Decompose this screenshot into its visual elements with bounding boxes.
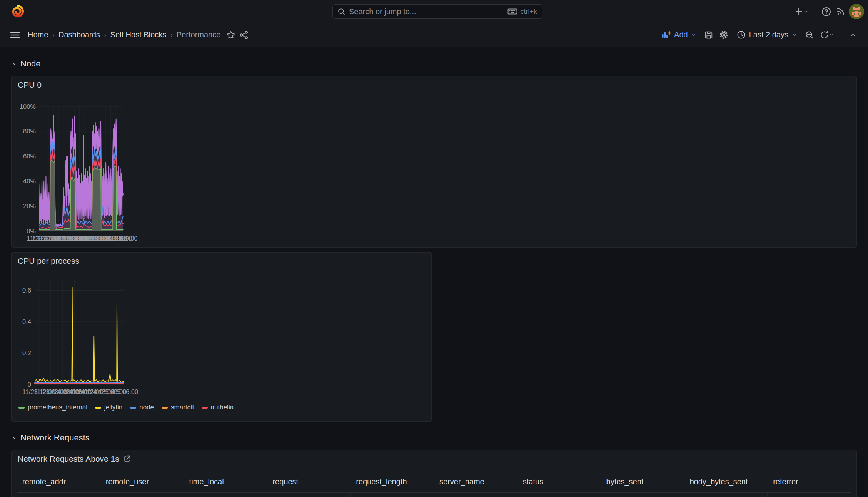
table-cell: 404 <box>517 493 601 497</box>
search-placeholder: Search or jump to... <box>349 7 504 16</box>
cpu-per-process-chart[interactable]: 00.20.40.611/23 12:0011/23 18:0011/24 00… <box>15 269 130 397</box>
panel-cpu-per-process-title[interactable]: CPU per process <box>18 256 79 266</box>
panel-table-title[interactable]: Network Requests Above 1s <box>18 454 131 464</box>
column-header-request_length[interactable]: request_length <box>351 472 434 492</box>
svg-text:11/25 06:00: 11/25 06:00 <box>105 388 138 395</box>
column-header-status[interactable]: status <box>517 472 601 492</box>
search-shortcut: ctrl+k <box>507 8 537 16</box>
svg-text:60%: 60% <box>23 153 36 160</box>
dashboard-toolbar: Home›Dashboards›Self Host Blocks›Perform… <box>0 23 868 47</box>
time-range-picker[interactable]: Last 2 days <box>733 28 801 42</box>
breadcrumb-item-home[interactable]: Home <box>28 30 48 39</box>
gear-icon <box>719 30 729 40</box>
collapse-toolbar-button[interactable] <box>846 27 860 43</box>
panel-cpu-per-process: CPU per process 00.20.40.611/23 12:0011/… <box>11 252 432 422</box>
favorite-button[interactable] <box>224 27 237 43</box>
legend-label: node <box>139 404 154 411</box>
chevron-down-icon <box>803 9 808 14</box>
breadcrumb-item-dashboards[interactable]: Dashboards <box>58 30 100 39</box>
legend-label: smartctl <box>171 404 194 411</box>
news-button[interactable] <box>834 4 847 19</box>
chart-legend: prometheus_internaljellyfinnodesmartctla… <box>18 404 234 411</box>
svg-text:0.6: 0.6 <box>22 287 31 294</box>
svg-text:11/25 09:00: 11/25 09:00 <box>105 235 138 242</box>
column-header-request[interactable]: request <box>267 472 351 492</box>
refresh-icon <box>820 30 829 39</box>
external-link-icon[interactable] <box>123 455 131 463</box>
chevron-down-icon <box>691 32 696 37</box>
column-header-remote_user[interactable]: remote_user <box>100 472 184 492</box>
grafana-logo[interactable] <box>11 5 25 18</box>
table-cell: jellyfin.local <box>434 493 517 497</box>
column-header-server_name[interactable]: server_name <box>434 472 517 492</box>
network-requests-table: remote_addrremote_usertime_localrequestr… <box>17 472 851 497</box>
search-input[interactable]: Search or jump to... ctrl+k <box>332 4 542 19</box>
column-header-time_local[interactable]: time_local <box>184 472 267 492</box>
chevron-down-icon <box>829 32 834 37</box>
chevron-up-icon <box>850 32 856 38</box>
save-icon <box>704 30 713 40</box>
zoom-out-icon <box>805 30 814 40</box>
legend-color-swatch <box>18 407 25 409</box>
search-icon <box>337 8 346 16</box>
legend-item-prometheus_internal[interactable]: prometheus_internal <box>18 404 87 411</box>
panel-cpu0-title[interactable]: CPU 0 <box>18 80 42 90</box>
svg-text:80%: 80% <box>23 128 36 135</box>
rss-icon <box>836 7 845 16</box>
chevron-down-icon <box>792 32 797 37</box>
cpu0-chart[interactable]: 0%20%40%60%80%100%11/23 12:0011/23 15:00… <box>15 94 130 246</box>
legend-color-swatch <box>162 407 168 409</box>
breadcrumb-item-performance: Performance <box>177 30 221 39</box>
help-button[interactable] <box>820 4 833 19</box>
dashboard-settings-button[interactable] <box>718 27 731 43</box>
refresh-button[interactable] <box>818 27 835 43</box>
star-icon <box>226 30 235 40</box>
table-cell: 1008 <box>601 493 684 497</box>
svg-text:0.4: 0.4 <box>22 318 31 325</box>
legend-label: authelia <box>211 404 234 411</box>
new-menu-button[interactable] <box>793 4 810 19</box>
table-cell: 192.168.50.104 <box>17 493 100 497</box>
panel-network-requests-table: Network Requests Above 1s remote_addrrem… <box>11 450 857 497</box>
topbar-actions <box>793 0 864 23</box>
share-button[interactable] <box>237 27 250 43</box>
svg-text:100%: 100% <box>20 103 36 110</box>
toolbar-actions: Add Last 2 days <box>658 27 860 43</box>
row-network-requests[interactable]: Network Requests <box>11 430 857 445</box>
table-cell: 24/Nov/2023 00:0 <box>184 493 267 497</box>
table-cell: GET /media/9e2c65 <box>267 493 351 497</box>
add-panel-button[interactable]: Add <box>658 28 700 42</box>
column-header-referrer[interactable]: referrer <box>768 472 851 492</box>
column-header-body_bytes_sent[interactable]: body_bytes_sent <box>684 472 768 492</box>
legend-color-swatch <box>130 407 136 409</box>
hamburger-icon <box>10 31 20 39</box>
table-header-row: remote_addrremote_usertime_localrequestr… <box>17 472 851 493</box>
breadcrumb-separator: › <box>104 30 107 39</box>
save-dashboard-button[interactable] <box>702 27 715 43</box>
row-node[interactable]: Node <box>11 56 857 71</box>
plus-icon <box>795 7 803 16</box>
legend-item-smartctl[interactable]: smartctl <box>162 404 194 411</box>
legend-item-authelia[interactable]: authelia <box>202 404 234 411</box>
chevron-down-icon <box>11 61 17 67</box>
breadcrumb-item-self-host-blocks[interactable]: Self Host Blocks <box>110 30 167 39</box>
user-avatar[interactable] <box>849 4 864 19</box>
breadcrumb: Home›Dashboards›Self Host Blocks›Perform… <box>28 30 220 39</box>
svg-text:40%: 40% <box>23 178 36 185</box>
legend-color-swatch <box>95 407 101 409</box>
avatar-pixel-art <box>849 4 864 19</box>
svg-text:0.2: 0.2 <box>22 349 31 356</box>
column-header-remote_addr[interactable]: remote_addr <box>17 472 100 492</box>
column-header-bytes_sent[interactable]: bytes_sent <box>601 472 684 492</box>
top-navigation-bar: Search or jump to... ctrl+k <box>0 0 868 23</box>
legend-item-jellyfin[interactable]: jellyfin <box>95 404 122 411</box>
table-cell <box>100 493 184 497</box>
row-node-title: Node <box>20 59 41 69</box>
breadcrumb-separator: › <box>52 30 55 39</box>
mega-menu-button[interactable] <box>8 27 22 43</box>
zoom-out-button[interactable] <box>803 27 816 43</box>
legend-item-node[interactable]: node <box>130 404 154 411</box>
table-cell: 1071 <box>351 493 434 497</box>
dashboard-canvas: Node CPU 0 0%20%40%60%80%100%11/23 12:00… <box>0 56 868 497</box>
time-range-label: Last 2 days <box>749 30 788 39</box>
